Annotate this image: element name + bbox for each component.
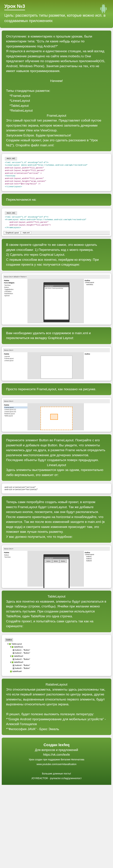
- svg-point-9: [104, 5, 104, 6]
- paragraph: Вам необходимо удалить все содержимое в …: [6, 331, 107, 341]
- book-item: *"Google Android программирование для мо…: [6, 717, 107, 727]
- intro-section: Отступление: в комментариях к прошлым ур…: [2, 31, 111, 151]
- vk-link[interactable]: https://vk.com/lexfe: [43, 753, 70, 756]
- paragraph: Отступление: в комментариях к прошлым ур…: [6, 34, 107, 49]
- tree-item[interactable]: button4 - "Button": [5, 664, 108, 667]
- palette-item[interactable]: LinearLayout: [4, 360, 28, 362]
- paragraph: 2) Сделать это через Graphical Layout.: [6, 252, 107, 257]
- lesson-goal: Цель: рассмотреть типы разметки, которые…: [4, 13, 109, 24]
- gui-screenshot-1: Nexus One ▾default ▾Theme ▾ Palette Form…: [2, 273, 111, 324]
- palette-title: Palette: [4, 280, 28, 281]
- palette-group: Form Widgets: [4, 282, 28, 284]
- svg-line-6: [102, 4, 103, 4]
- palette-item[interactable]: Button: [4, 554, 28, 556]
- gui-toolbar: Nexus One ▾default ▾Theme ▾: [3, 275, 110, 279]
- gui-screenshot-3: Nexus One ▾ Palette FrameLayout LinearLa…: [2, 398, 111, 432]
- palette-item[interactable]: CheckBox: [4, 290, 28, 292]
- switch-section: Переключаемся на:: [2, 194, 111, 206]
- gui-outline: Outline LinearLayout textView1: [84, 279, 110, 323]
- palette-item[interactable]: FrameLayout: [4, 406, 28, 408]
- outline-item[interactable]: textView1: [85, 283, 109, 286]
- button[interactable]: Button: [59, 560, 67, 563]
- gui-canvas: [27, 403, 86, 430]
- tree-item[interactable]: button2 - "Button": [5, 652, 108, 655]
- outline-item[interactable]: LinearLayout: [85, 553, 109, 556]
- palette-item[interactable]: LinearLayout (H): [4, 410, 28, 413]
- hello-text: Hello World, FrameLayoutActivity!: [44, 287, 69, 289]
- tree-item[interactable]: ▾ tableRow3: [5, 661, 108, 664]
- site-link[interactable]: JOYREACTOR - joyreactor.cc/tag/длиннопос…: [31, 777, 82, 780]
- palette-item[interactable]: RadioButton: [4, 292, 28, 294]
- gui-palette: Palette Form Widgets TextView Button Tog…: [3, 279, 29, 323]
- paragraph: Запускаем Eclipse. Будем практиковаться!: [6, 133, 107, 138]
- code-line: android:layout_width="fill_parent": [5, 221, 49, 223]
- gui-palette: Palette Button TextView: [3, 551, 29, 587]
- code-line: <FrameLayout xmlns:android="http://schem…: [5, 219, 86, 221]
- svg-rect-4: [102, 11, 103, 13]
- tree-item[interactable]: ▾ tableRow1: [5, 646, 108, 649]
- gui-outline: Outline: [84, 352, 110, 379]
- palette-item[interactable]: RelativeLayout: [4, 413, 28, 415]
- types-title: Типы стандартных разметок:: [6, 88, 107, 93]
- framelayout-title: FrameLayout: [6, 113, 107, 118]
- paragraph: Теперь сами попробуйте создать новый про…: [6, 500, 107, 534]
- svg-point-8: [103, 5, 103, 6]
- tree-item[interactable]: button5 - "Button": [5, 667, 108, 670]
- paragraph: Переключаемся на:: [6, 197, 107, 202]
- code-line: android:orientation="vertical" >: [5, 172, 41, 174]
- outline-title: Outline: [85, 353, 109, 355]
- android-icon: [98, 3, 109, 16]
- palette-item[interactable]: LinearLayout (V): [4, 408, 28, 410]
- outline-item[interactable]: button1: [85, 556, 109, 558]
- tagline: Большие длинные посты!: [42, 772, 71, 775]
- tab-graphical[interactable]: Graphical Layout: [4, 231, 20, 234]
- lesson-header: Урок №3 Цель: рассмотреть типы разметки,…: [0, 0, 113, 28]
- palette-item[interactable]: TextView: [4, 284, 28, 286]
- tab-xml[interactable]: main.xml: [21, 231, 31, 234]
- paragraph: В своем проекте сделайте то же самое, эт…: [6, 242, 107, 252]
- tree-item[interactable]: tableRow4: [5, 670, 108, 673]
- editor-tabs: Graphical Layout main.xml: [3, 231, 110, 235]
- code-line: android:layout_width="fill_parent": [5, 167, 44, 169]
- paragraph: Здесь элементы выстраиваются один за одн…: [6, 467, 107, 477]
- youtube-link[interactable]: www.youtube.com/user/vitaxafication: [36, 763, 77, 766]
- code-line: android:orientation="horizontal": [4, 489, 38, 491]
- tree-item[interactable]: button1 - "Button": [5, 649, 108, 652]
- code-line: android:layout_height="wrap_content": [5, 180, 46, 182]
- tablelayout-title: TableLayout: [6, 594, 107, 599]
- tree-item[interactable]: ▾ tableRow2: [5, 655, 108, 658]
- button[interactable]: Button: [45, 560, 52, 563]
- svg-point-1: [102, 4, 105, 8]
- list-item: *RelativeLayout: [9, 108, 107, 113]
- app-title: FrameLayout: [44, 285, 69, 287]
- list-item: *TableLayout: [9, 103, 107, 108]
- tree-item[interactable]: ▾ TableLayout: [5, 643, 108, 646]
- linearlayout-title: LinearLayout: [6, 463, 107, 468]
- paragraph: Это самый простой тип разметки. Представ…: [6, 118, 107, 133]
- tree-item[interactable]: button3 - "Button": [5, 658, 108, 661]
- outline-item[interactable]: button3: [85, 560, 109, 562]
- gui-toolbar: Nexus One ▾: [3, 547, 110, 551]
- gui-canvas: LinearLayout ButtonButtonButton: [27, 551, 86, 587]
- outline-panel-title: Outline: [5, 638, 13, 642]
- paragraph: Я порылся в интернете и единственное сто…: [6, 49, 107, 73]
- palette-item[interactable]: Spinner: [4, 294, 28, 297]
- outline-item[interactable]: button2: [85, 558, 109, 560]
- code-line: <?xml version="1.0" encoding="utf-8"?>: [5, 161, 49, 163]
- gui-palette: Palette Layouts FrameLayout LinearLayout: [3, 352, 29, 379]
- code-orientation: android:orientation="vertical" android:o…: [2, 484, 111, 494]
- palette-item[interactable]: FrameLayout: [4, 358, 28, 360]
- try-section: Теперь сами попробуйте создать новый про…: [2, 496, 111, 543]
- button[interactable]: Button: [52, 560, 59, 563]
- paragraph: Здесь все понятно из названия, элементы …: [6, 599, 107, 619]
- outline-item[interactable]: LinearLayout: [85, 281, 109, 283]
- palette-item[interactable]: TextView: [4, 556, 28, 558]
- palette-title: Palette: [4, 353, 28, 355]
- palette-item[interactable]: Layouts: [4, 355, 28, 358]
- editor-tab: main.xml: [5, 157, 17, 160]
- lesson-number: Урок №3: [4, 3, 25, 10]
- palette-item[interactable]: TableLayout: [4, 415, 28, 417]
- palette-item[interactable]: Button: [4, 286, 28, 288]
- palette-item[interactable]: ToggleButton: [4, 288, 28, 290]
- paragraph: С первым способом все понятно, перейдем …: [6, 257, 107, 267]
